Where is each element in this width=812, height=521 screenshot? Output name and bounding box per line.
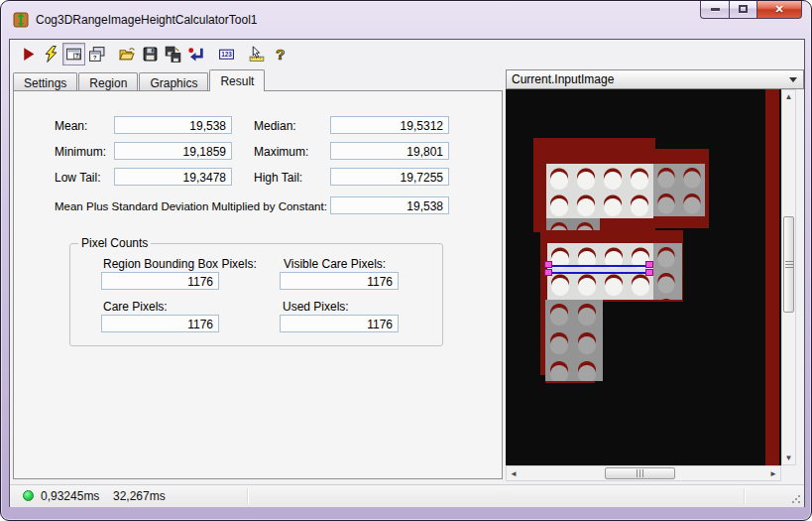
care-pixels-field[interactable]: 1176 bbox=[101, 315, 219, 332]
caliper-region[interactable] bbox=[548, 265, 653, 274]
visible-care-pixels-label: Visible Care Pixels: bbox=[284, 257, 386, 271]
mean-label: Mean: bbox=[55, 119, 87, 133]
status-bar: 0,93245ms 32,267ms bbox=[10, 484, 804, 507]
caliper-handle[interactable] bbox=[645, 261, 653, 268]
resize-grip[interactable] bbox=[791, 494, 801, 504]
low-tail-label: Low Tail: bbox=[55, 171, 100, 185]
pointer-measure-icon bbox=[249, 46, 266, 63]
display-selector-dropdown[interactable]: Current.InputImage bbox=[506, 69, 804, 89]
median-field[interactable]: 19,5312 bbox=[330, 116, 449, 134]
gray-brick bbox=[545, 300, 603, 381]
horizontal-scrollbar[interactable]: ◄ ► bbox=[506, 465, 781, 481]
status-ok-icon bbox=[23, 490, 34, 501]
save-all-button[interactable] bbox=[162, 43, 184, 65]
pointer-measure-button[interactable] bbox=[246, 43, 269, 65]
median-label: Median: bbox=[254, 119, 296, 133]
horizontal-scrollbar-thumb[interactable] bbox=[605, 467, 675, 479]
result-tab-page: Mean: 19,538 Median: 19,5312 Minimum: 19… bbox=[13, 90, 503, 479]
float-params-window-icon: ? bbox=[88, 46, 105, 63]
svg-text:?: ? bbox=[276, 47, 285, 63]
svg-text:?: ? bbox=[75, 53, 78, 59]
mean-plus-sd-field[interactable]: 19,538 bbox=[330, 196, 449, 214]
range-image-background-region bbox=[765, 89, 779, 465]
help-icon: ? bbox=[272, 46, 289, 63]
numeric-results-icon: 123 bbox=[218, 46, 235, 63]
electric-run-button[interactable] bbox=[40, 43, 62, 65]
minimum-label: Minimum: bbox=[55, 145, 106, 159]
used-pixels-field[interactable]: 1176 bbox=[280, 315, 399, 332]
pixel-counts-group: Pixel Counts Region Bounding Box Pixels:… bbox=[69, 236, 443, 346]
tab-strip: Settings Region Graphics Result bbox=[13, 70, 266, 91]
display-selector-value: Current.InputImage bbox=[512, 72, 614, 86]
status-separator bbox=[744, 488, 745, 504]
minimum-field[interactable]: 19,1859 bbox=[114, 142, 232, 160]
help-button[interactable]: ? bbox=[269, 43, 291, 65]
open-file-icon bbox=[119, 46, 136, 63]
vertical-scrollbar-thumb[interactable] bbox=[783, 216, 794, 313]
app-icon bbox=[13, 12, 29, 28]
client-area: ? ? 123 ? Settings Region Graphics Resul… bbox=[9, 39, 805, 507]
gray-brick bbox=[653, 243, 682, 300]
status-separator bbox=[247, 488, 248, 504]
status-time-2: 32,267ms bbox=[113, 489, 166, 503]
electric-run-icon bbox=[43, 46, 59, 63]
minimize-icon bbox=[711, 8, 720, 11]
maximum-field[interactable]: 19,801 bbox=[330, 142, 449, 160]
numeric-results-button[interactable]: 123 bbox=[215, 43, 238, 65]
vertical-scrollbar[interactable]: ▲ ▼ bbox=[781, 89, 796, 465]
care-pixels-label: Care Pixels: bbox=[103, 300, 168, 314]
tab-result[interactable]: Result bbox=[209, 69, 265, 91]
save-file-icon bbox=[142, 46, 159, 63]
mean-plus-sd-label: Mean Plus Standard Deviation Multiplied … bbox=[55, 200, 327, 212]
svg-text:123: 123 bbox=[221, 51, 232, 58]
scroll-left-icon[interactable]: ◄ bbox=[510, 466, 518, 480]
thumb-grip bbox=[637, 469, 643, 477]
show-params-window-icon: ? bbox=[65, 46, 82, 63]
high-tail-field[interactable]: 19,7255 bbox=[330, 168, 449, 186]
reset-button[interactable] bbox=[184, 43, 207, 65]
maximize-icon bbox=[739, 5, 748, 13]
scroll-up-icon[interactable]: ▲ bbox=[782, 92, 795, 101]
toolbar: ? ? 123 ? bbox=[10, 40, 804, 68]
tool-window: Cog3DRangeImageHeightCalculatorTool1 ✕ ?… bbox=[0, 0, 812, 521]
reset-icon bbox=[187, 46, 204, 63]
title-bar[interactable]: Cog3DRangeImageHeightCalculatorTool1 ✕ bbox=[1, 1, 811, 39]
range-image-display[interactable] bbox=[506, 89, 781, 465]
low-tail-field[interactable]: 19,3478 bbox=[114, 168, 232, 186]
tab-region[interactable]: Region bbox=[78, 72, 138, 91]
mean-field[interactable]: 19,538 bbox=[114, 116, 232, 134]
caliper-handle[interactable] bbox=[544, 261, 552, 268]
tab-graphics[interactable]: Graphics bbox=[139, 72, 208, 91]
region-bounding-pixels-field[interactable]: 1176 bbox=[101, 272, 219, 290]
float-params-window-button[interactable]: ? bbox=[85, 43, 108, 65]
high-tail-label: High Tail: bbox=[254, 171, 302, 185]
window-title: Cog3DRangeImageHeightCalculatorTool1 bbox=[36, 13, 257, 27]
pixel-counts-legend: Pixel Counts bbox=[78, 236, 151, 250]
minimize-button[interactable] bbox=[700, 0, 730, 19]
save-all-icon bbox=[165, 46, 181, 63]
used-pixels-label: Used Pixels: bbox=[283, 300, 349, 314]
thumb-grip bbox=[785, 261, 793, 268]
open-file-button[interactable] bbox=[116, 43, 139, 65]
tab-settings[interactable]: Settings bbox=[13, 72, 77, 91]
status-time-1: 0,93245ms bbox=[41, 489, 99, 503]
close-icon: ✕ bbox=[774, 3, 783, 16]
region-bounding-pixels-label: Region Bounding Box Pixels: bbox=[103, 257, 257, 271]
run-icon bbox=[20, 46, 37, 63]
gray-brick bbox=[653, 164, 705, 216]
visible-care-pixels-field[interactable]: 1176 bbox=[280, 272, 399, 290]
chevron-down-icon[interactable] bbox=[785, 73, 801, 86]
scroll-down-icon[interactable]: ▼ bbox=[782, 454, 795, 462]
image-panel: Current.InputImage bbox=[506, 69, 804, 481]
scroll-right-icon[interactable]: ► bbox=[769, 466, 777, 480]
window-controls: ✕ bbox=[700, 0, 802, 19]
caliper-handle[interactable] bbox=[544, 269, 552, 276]
close-button[interactable]: ✕ bbox=[757, 0, 802, 19]
show-params-window-button[interactable]: ? bbox=[62, 43, 85, 65]
white-brick bbox=[546, 164, 653, 218]
run-button[interactable] bbox=[17, 43, 40, 65]
caliper-handle[interactable] bbox=[645, 269, 653, 276]
maximize-button[interactable] bbox=[730, 0, 757, 19]
save-file-button[interactable] bbox=[139, 43, 162, 65]
maximum-label: Maximum: bbox=[254, 145, 308, 159]
